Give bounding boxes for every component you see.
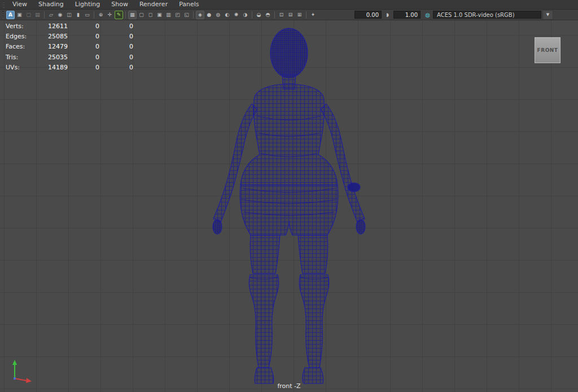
- motion-blur-icon[interactable]: ◓: [264, 11, 272, 19]
- view-transform-dropdown[interactable]: ACES 1.0 SDR-video (sRGB): [433, 11, 541, 19]
- toolbar-separator: [94, 11, 94, 19]
- hud-row-tris: Tris: 25035 0 0: [6, 52, 133, 62]
- toolbar-separator: [125, 11, 126, 19]
- xray-icon[interactable]: ⊟: [286, 11, 295, 19]
- model-left-hand: [213, 219, 222, 234]
- toolbar-separator: [44, 11, 45, 19]
- menu-show[interactable]: Show: [106, 0, 134, 9]
- hud-label: Verts:: [6, 23, 34, 30]
- hud-value-total: 12479: [34, 43, 68, 50]
- model-right-thigh: [298, 235, 328, 274]
- hud-value-selected: 0: [68, 33, 99, 40]
- hud-value-component: 0: [99, 33, 133, 40]
- gate-mask-icon[interactable]: ▣: [155, 11, 164, 19]
- grid-display-icon[interactable]: ▦: [128, 11, 137, 19]
- shadows-icon[interactable]: ◑: [241, 11, 249, 19]
- wireframe-mode-icon[interactable]: ◈: [196, 11, 204, 19]
- hud-value-component: 0: [99, 43, 133, 50]
- bookmark-icon[interactable]: ▮: [74, 11, 82, 19]
- film-gate-icon[interactable]: ▢: [137, 11, 146, 19]
- safe-action-icon[interactable]: ◰: [173, 11, 182, 19]
- hud-value-selected: 0: [68, 43, 99, 50]
- resolution-gate-icon[interactable]: ◻: [146, 11, 155, 19]
- smooth-shade-icon[interactable]: ●: [205, 11, 213, 19]
- model-left-boot: [249, 275, 278, 368]
- viewcube-front-face[interactable]: FRONT: [535, 37, 561, 63]
- safe-title-icon[interactable]: ◱: [182, 11, 191, 19]
- field-chart-icon[interactable]: ▥: [164, 11, 173, 19]
- hud-value-selected: 0: [68, 64, 99, 71]
- hud-value-selected: 0: [68, 23, 99, 30]
- gamma-field[interactable]: 1.00: [393, 11, 421, 19]
- hud-row-uvs: UVs: 14189 0 0: [6, 63, 133, 73]
- xray-joints-icon[interactable]: ⊞: [295, 11, 304, 19]
- image-plane-icon[interactable]: ▭: [83, 11, 91, 19]
- select-mode-icon[interactable]: A: [6, 11, 15, 19]
- hud-label: Faces:: [6, 43, 34, 50]
- menu-grip-handle[interactable]: [3, 2, 5, 8]
- poly-count-hud: Verts: 12611 0 0 Edges: 25085 0 0 Faces:…: [6, 21, 133, 73]
- roll-view-icon[interactable]: ▢: [24, 11, 33, 19]
- menu-view[interactable]: View: [7, 0, 33, 9]
- panel-toolbar: A▣▢▤▱◉◫▮▭⊕✛✎▦▢◻▣▥◰◱◈●◍◐✺◑◒◓⊡⊟⊞✦ 0.00 ◗ 1…: [0, 10, 578, 20]
- hud-value-total: 25035: [34, 54, 68, 61]
- pan-zoom-icon[interactable]: ⊕: [97, 11, 105, 19]
- exposure-icon[interactable]: ✦: [309, 11, 317, 19]
- view-transform-caret-icon[interactable]: ▼: [542, 10, 553, 20]
- menu-lighting[interactable]: Lighting: [69, 0, 106, 9]
- toolbar-separator: [306, 11, 306, 19]
- camera-attributes-icon[interactable]: ◫: [65, 11, 73, 19]
- toolbar-right-cluster: 0.00 ◗ 1.00 ◍ ACES 1.0 SDR-video (sRGB) …: [353, 10, 553, 20]
- textured-mode-icon[interactable]: ◐: [223, 11, 231, 19]
- z-axis-dot-icon: [14, 377, 16, 380]
- hud-value-total: 25085: [34, 33, 68, 40]
- hud-value-total: 14189: [34, 64, 68, 71]
- hud-row-edges: Edges: 25085 0 0: [6, 31, 133, 41]
- model-right-boot: [299, 275, 329, 368]
- x-axis: [15, 378, 27, 381]
- model-right-hand: [356, 219, 365, 234]
- hud-value-selected: 0: [68, 54, 99, 61]
- menu-renderer[interactable]: Renderer: [134, 0, 173, 9]
- hud-row-verts: Verts: 12611 0 0: [6, 21, 133, 31]
- zoom-view-icon[interactable]: ▤: [33, 11, 42, 19]
- lock-camera-icon[interactable]: ◉: [56, 11, 64, 19]
- select-camera-icon[interactable]: ▱: [47, 11, 55, 19]
- track-view-icon[interactable]: ▣: [15, 11, 24, 19]
- model-torso: [240, 84, 338, 185]
- model-left-thigh: [250, 235, 280, 274]
- hud-label: UVs:: [6, 64, 34, 71]
- grease-pencil-icon[interactable]: ✎: [115, 11, 123, 19]
- exposure-field[interactable]: 0.00: [354, 11, 382, 19]
- hud-value-component: 0: [99, 64, 133, 71]
- joint-axes-icon[interactable]: ✛: [106, 11, 114, 19]
- model-left-foot: [255, 368, 274, 384]
- isolate-select-icon[interactable]: ⊡: [277, 11, 286, 19]
- hud-row-faces: Faces: 12479 0 0: [6, 42, 133, 52]
- toolbar-separator: [193, 11, 194, 19]
- hud-value-total: 12611: [34, 23, 68, 30]
- use-all-lights-icon[interactable]: ✺: [232, 11, 240, 19]
- panel-menu-bar: View Shading Lighting Show Renderer Pane…: [0, 0, 578, 10]
- y-axis-arrow-icon: [12, 360, 17, 365]
- toolbar-grip-handle[interactable]: [2, 11, 4, 18]
- camera-view-label: front -Z: [0, 382, 578, 390]
- menu-shading[interactable]: Shading: [33, 0, 69, 9]
- gamma-icon[interactable]: ◗: [383, 11, 392, 19]
- screen-ao-icon[interactable]: ◒: [255, 11, 263, 19]
- model-head: [270, 28, 308, 78]
- wireframe-on-shaded-icon[interactable]: ◍: [214, 11, 222, 19]
- toolbar-icon-strip: A▣▢▤▱◉◫▮▭⊕✛✎▦▢◻▣▥◰◱◈●◍◐✺◑◒◓⊡⊟⊞✦: [6, 11, 317, 19]
- hud-value-component: 0: [99, 23, 133, 30]
- wireframe-character-model[interactable]: [0, 20, 578, 392]
- model-bracelet: [348, 183, 360, 192]
- menu-panels[interactable]: Panels: [173, 0, 204, 9]
- hud-value-component: 0: [99, 54, 133, 61]
- toolbar-separator: [274, 11, 275, 19]
- toolbar-separator: [252, 11, 252, 19]
- 3d-viewport[interactable]: Verts: 12611 0 0 Edges: 25085 0 0 Faces:…: [0, 20, 578, 392]
- color-management-icon[interactable]: ◍: [423, 11, 432, 19]
- axis-orientation-gizmo: [7, 357, 36, 384]
- hud-label: Edges:: [6, 33, 34, 40]
- model-right-foot: [303, 368, 323, 384]
